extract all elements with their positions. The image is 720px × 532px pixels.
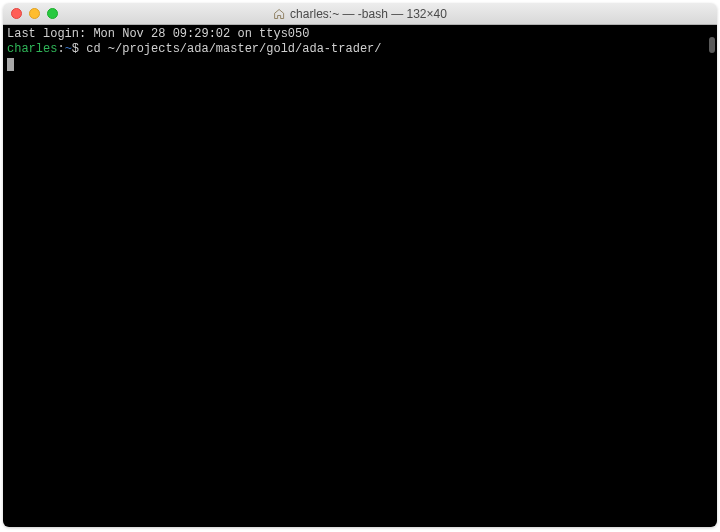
prompt-line: charles:~$ cd ~/projects/ada/master/gold… [7, 42, 713, 57]
traffic-lights [11, 8, 58, 19]
prompt-user: charles [7, 42, 57, 56]
last-login-line: Last login: Mon Nov 28 09:29:02 on ttys0… [7, 27, 713, 42]
minimize-icon[interactable] [29, 8, 40, 19]
cursor-icon [7, 58, 14, 71]
zoom-icon[interactable] [47, 8, 58, 19]
scrollbar[interactable] [709, 37, 715, 53]
cursor-line [7, 57, 713, 72]
command-text: cd ~/projects/ada/master/gold/ada-trader… [86, 42, 381, 56]
home-icon [273, 8, 285, 20]
prompt-separator: : [57, 42, 64, 56]
close-icon[interactable] [11, 8, 22, 19]
last-login-text: Last login: Mon Nov 28 09:29:02 on ttys0… [7, 27, 309, 41]
terminal-body[interactable]: Last login: Mon Nov 28 09:29:02 on ttys0… [3, 25, 717, 527]
window-title: charles:~ — -bash — 132×40 [273, 7, 447, 21]
titlebar[interactable]: charles:~ — -bash — 132×40 [3, 3, 717, 25]
window-title-text: charles:~ — -bash — 132×40 [290, 7, 447, 21]
prompt-path: ~ [65, 42, 72, 56]
prompt-symbol: $ [72, 42, 79, 56]
terminal-window: charles:~ — -bash — 132×40 Last login: M… [3, 3, 717, 527]
